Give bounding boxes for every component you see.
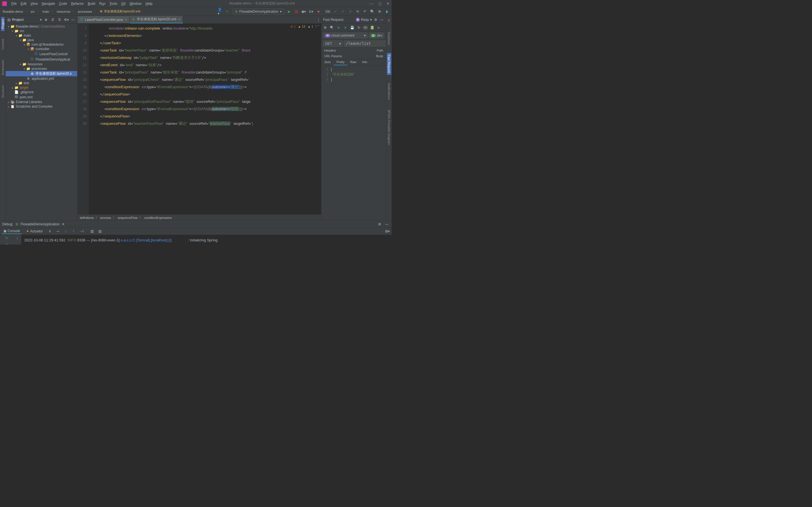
- tree-item[interactable]: ▾📁java: [6, 38, 77, 42]
- git-commit-icon[interactable]: ✓: [340, 9, 345, 14]
- gear-icon[interactable]: ⚙: [322, 25, 327, 30]
- tab-headers[interactable]: Headers: [321, 48, 339, 53]
- collapse-icon[interactable]: ⇅: [57, 17, 62, 22]
- menu-edit[interactable]: Edit: [19, 1, 28, 6]
- minimize-icon[interactable]: —: [370, 2, 373, 6]
- hide-icon[interactable]: —: [70, 17, 75, 22]
- strip-bpmn[interactable]: BPMN-Flowable-Diagram: [388, 108, 391, 147]
- crumb[interactable]: main: [42, 10, 50, 13]
- resp-json[interactable]: Json: [321, 59, 334, 65]
- profile-icon[interactable]: ⊙▾: [308, 9, 313, 14]
- tree-item[interactable]: ▾📁resources: [6, 62, 77, 66]
- tree-item[interactable]: ▸📚External Libraries: [6, 100, 77, 104]
- expand-icon[interactable]: ⇵: [50, 17, 55, 22]
- tree-item[interactable]: ▸📁target: [6, 86, 77, 90]
- stop-icon[interactable]: ■: [316, 9, 321, 14]
- tree-item[interactable]: ▸📋Scratches and Consoles: [6, 104, 77, 109]
- tab-close-icon[interactable]: ✕: [178, 17, 181, 21]
- layout2-icon[interactable]: ▤: [98, 229, 103, 234]
- layout-icon[interactable]: ▥: [90, 229, 95, 234]
- search-icon[interactable]: 🔍: [329, 25, 335, 30]
- env-select[interactable]: E dev: [369, 33, 384, 38]
- gear-icon[interactable]: ⚙: [373, 17, 378, 22]
- strip-commit[interactable]: Commit: [1, 37, 4, 52]
- resp-pretty[interactable]: Pretty: [334, 59, 347, 65]
- run-config-selector[interactable]: ✿FlowableDemoApplication▾: [232, 9, 285, 14]
- add-config-icon[interactable]: 👤▾: [218, 9, 223, 14]
- project-select[interactable]: P cloud-comment▾: [323, 33, 368, 38]
- url-input[interactable]: [344, 41, 392, 47]
- menu-git[interactable]: Git: [119, 1, 127, 6]
- stop-icon[interactable]: ■: [4, 243, 9, 244]
- editor-body[interactable]: 7891011121314151617181920 <modeler:initi…: [78, 24, 321, 214]
- tree-item[interactable]: ⚙学生请假流程.bpmn20.x: [6, 71, 77, 76]
- crumb[interactable]: ⚙ 学生请假流程.bpmn20.xml: [99, 9, 142, 13]
- hide-icon[interactable]: —: [384, 222, 389, 227]
- more-icon[interactable]: »: [376, 25, 381, 30]
- close-icon[interactable]: ✕: [387, 2, 389, 6]
- tree-item[interactable]: ▾📁flowable-demo C:\Users\zed\Idea: [6, 24, 77, 29]
- plugin-icon[interactable]: ◗: [384, 9, 389, 14]
- git-push-icon[interactable]: ↗: [348, 9, 353, 14]
- tree-item[interactable]: ▾📁processes: [6, 66, 77, 71]
- tree-item[interactable]: ⒸFlowableDemoApplicat: [6, 57, 77, 62]
- inspection-widget[interactable]: ⊘ 1 ▲ 13 ▲ 1 ^ ˅: [290, 25, 319, 29]
- rerun-icon[interactable]: ↻: [4, 236, 9, 240]
- strip-maven[interactable]: m: [388, 17, 391, 24]
- tree-item[interactable]: ▾📦controller: [6, 47, 77, 51]
- more-icon[interactable]: ⊞▾: [385, 229, 390, 234]
- console-tab[interactable]: ▣Console: [2, 228, 22, 234]
- tab-body[interactable]: Body: [373, 53, 386, 59]
- rerun-icon[interactable]: ↖: [225, 9, 230, 14]
- hide-icon[interactable]: —: [379, 17, 384, 22]
- locate-icon[interactable]: ⊕: [43, 17, 49, 22]
- tree-item[interactable]: ▾📁src: [6, 29, 77, 33]
- menu-file[interactable]: FFileile: [10, 1, 18, 6]
- strip-bookmarks[interactable]: Bookmarks: [1, 57, 4, 77]
- tree-item[interactable]: ▸📁test: [6, 81, 77, 86]
- strip-project[interactable]: Project: [1, 17, 4, 31]
- curl-icon[interactable]: curl: [363, 25, 368, 30]
- tab-controller[interactable]: Ⓒ LeaveFlowController.java ✕: [78, 16, 130, 23]
- crumb[interactable]: flowable-demo: [2, 10, 24, 13]
- down-icon[interactable]: ↓: [15, 244, 20, 244]
- doc-icon[interactable]: 📗: [369, 25, 374, 30]
- strip-notifications[interactable]: Notifications: [388, 80, 391, 102]
- response-body[interactable]: 1[2 "学生请假流程"3]: [321, 66, 386, 221]
- search-icon[interactable]: 🔍: [370, 9, 375, 14]
- menu-refactor[interactable]: Refactor: [69, 1, 86, 6]
- code-editor[interactable]: <modeler:initiator-can-complete xmlns:mo…: [89, 24, 321, 214]
- run-icon[interactable]: ▶: [287, 9, 292, 14]
- tree-item[interactable]: ⚙application.yml: [6, 76, 77, 81]
- align-icon[interactable]: ≡: [47, 229, 52, 234]
- console-output[interactable]: 2022-10-08 11:29:41.592 INFO 6336 --- [n…: [21, 235, 392, 244]
- send-download-icon[interactable]: ➤: [343, 25, 348, 30]
- crumb[interactable]: processes: [77, 10, 93, 13]
- git-rollback-icon[interactable]: ↶: [362, 9, 367, 14]
- menu-navigate[interactable]: Navigate: [40, 1, 57, 6]
- debug-icon[interactable]: 🐞: [294, 9, 299, 14]
- tabs-menu-icon[interactable]: ⋮: [316, 17, 321, 22]
- menu-window[interactable]: Window: [128, 1, 143, 6]
- git-history-icon[interactable]: ⟲: [355, 9, 360, 14]
- project-tree[interactable]: ▾📁flowable-demo C:\Users\zed\Idea▾📁src▾📁…: [6, 24, 77, 221]
- refresh-icon[interactable]: ↻: [356, 25, 361, 30]
- coverage-icon[interactable]: ◉▾: [301, 9, 306, 14]
- method-select[interactable]: GET▾: [323, 41, 343, 47]
- crumb[interactable]: src: [30, 10, 36, 13]
- run-to-cursor-icon[interactable]: →I: [79, 229, 84, 234]
- menu-code[interactable]: Code: [57, 1, 69, 6]
- settings-icon[interactable]: ⚙: [377, 9, 382, 14]
- tab-path[interactable]: Path: [374, 48, 386, 53]
- send-icon[interactable]: ➤: [336, 25, 341, 30]
- resp-raw[interactable]: Raw: [347, 59, 359, 65]
- panel-settings-icon[interactable]: ⚙▾: [64, 17, 69, 22]
- step-into-icon[interactable]: ↓: [63, 229, 68, 234]
- tree-item[interactable]: ▾📦com.qf.flowabledemo: [6, 42, 77, 47]
- close-icon[interactable]: ✕: [62, 222, 64, 226]
- strip-structure[interactable]: Structure: [1, 83, 4, 100]
- crumb[interactable]: resources: [56, 10, 71, 13]
- tab-urlparams[interactable]: URL Params: [321, 53, 345, 59]
- menu-help[interactable]: Help: [144, 1, 154, 6]
- menu-view[interactable]: View: [29, 1, 40, 6]
